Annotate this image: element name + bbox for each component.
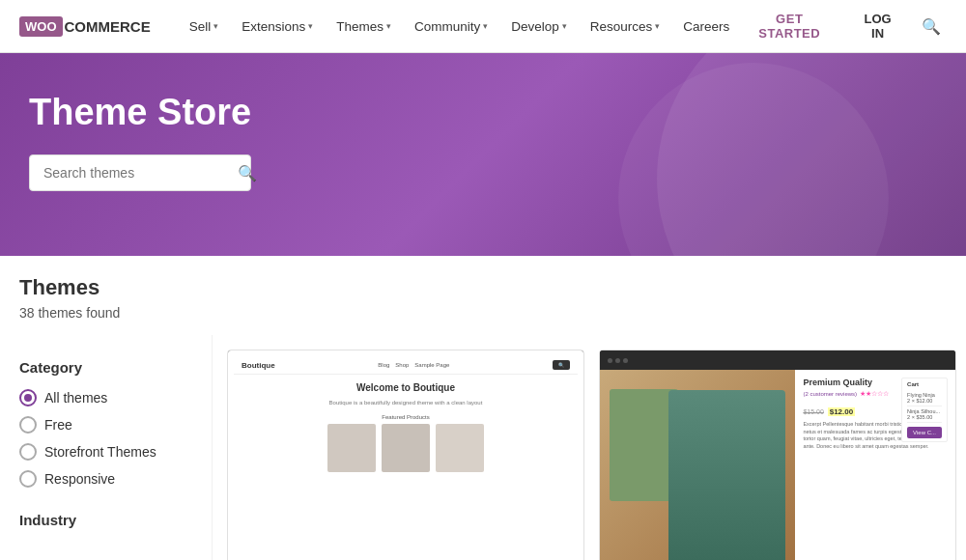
radio-responsive [19, 470, 37, 488]
nav-item-resources[interactable]: Resources ▾ [581, 14, 670, 40]
filter-responsive[interactable]: Responsive [19, 470, 192, 488]
logo[interactable]: WOO COMMERCE [19, 16, 151, 37]
premium-person-image [668, 390, 785, 560]
boutique-content: Welcome to Boutique Boutique is a beauti… [234, 375, 578, 480]
theme-card-premium: Cart Flying Ninja 2 × $12.00 Ninja Silho… [599, 350, 956, 560]
nav-item-community[interactable]: Community ▾ [405, 14, 497, 40]
navbar: WOO COMMERCE Sell ▾ Extensions ▾ Themes … [0, 0, 966, 53]
price-sale: $12.00 [828, 407, 855, 416]
page-title: Theme Store [29, 92, 937, 133]
chevron-down-icon: ▾ [213, 21, 218, 31]
nav-label-resources: Resources [590, 19, 653, 34]
radio-all-themes [19, 389, 37, 406]
search-icon: 🔍 [238, 165, 257, 182]
nav-label-sell: Sell [189, 19, 212, 34]
theme-card-premium-image: Cart Flying Ninja 2 × $12.00 Ninja Silho… [600, 350, 955, 560]
premium-mockup: Cart Flying Ninja 2 × $12.00 Ninja Silho… [600, 350, 955, 560]
chevron-down-icon: ▾ [308, 21, 313, 31]
boutique-nav-blog: Blog [378, 362, 389, 368]
nav-item-develop[interactable]: Develop ▾ [501, 14, 577, 40]
logo-commerce: COMMERCE [65, 18, 151, 35]
radio-dot [24, 394, 32, 402]
boutique-products [242, 424, 570, 472]
dot-2 [615, 358, 620, 363]
nav-label-community: Community [414, 19, 480, 34]
price-original: $15.00 [803, 408, 823, 415]
filter-storefront[interactable]: Storefront Themes [19, 443, 192, 461]
boutique-product-1 [327, 424, 376, 472]
filter-label-storefront: Storefront Themes [44, 444, 156, 460]
premium-image-area [600, 370, 795, 560]
chevron-down-icon: ▾ [655, 21, 660, 31]
get-started-button[interactable]: GET STARTED [739, 6, 839, 46]
theme-card-boutique: Boutique Blog Shop Sample Page 🔍 Welcome… [227, 350, 584, 560]
boutique-logo: Boutique [242, 361, 275, 370]
cart-item-1: Flying Ninja 2 × $12.00 [907, 390, 942, 406]
nav-item-extensions[interactable]: Extensions ▾ [232, 14, 323, 40]
boutique-header: Boutique Blog Shop Sample Page 🔍 [234, 356, 578, 375]
themes-area: Boutique Blog Shop Sample Page 🔍 Welcome… [213, 335, 966, 560]
themes-grid: Boutique Blog Shop Sample Page 🔍 Welcome… [213, 335, 966, 560]
boutique-search: 🔍 [553, 360, 570, 370]
search-submit-button[interactable]: 🔍 [226, 156, 269, 190]
nav-label-themes: Themes [336, 19, 384, 34]
star-rating: ★★☆☆☆ [860, 390, 889, 398]
boutique-product-3 [436, 424, 484, 472]
view-cart-button[interactable]: View C... [907, 427, 942, 438]
cart-item-2: Ninja Silhou... 2 × $35.00 [907, 406, 942, 423]
nav-label-develop: Develop [511, 19, 559, 34]
hero-banner: Theme Store 🔍 [0, 53, 966, 256]
filter-label-responsive: Responsive [44, 471, 115, 487]
category-filter: All themes Free Storefront Themes Respon… [19, 389, 192, 488]
boutique-nav-shop: Shop [395, 362, 409, 368]
nav-item-careers[interactable]: Careers [673, 14, 739, 40]
chevron-down-icon: ▾ [386, 21, 391, 31]
nav-item-themes[interactable]: Themes ▾ [327, 14, 401, 40]
search-box: 🔍 [29, 154, 251, 191]
boutique-featured-label: Featured Products [242, 414, 570, 420]
nav-item-sell[interactable]: Sell ▾ [180, 14, 229, 40]
review-text: (2 customer reviews) [803, 391, 857, 397]
category-heading: Category [19, 359, 192, 376]
chevron-down-icon: ▾ [562, 21, 567, 31]
premium-content: Cart Flying Ninja 2 × $12.00 Ninja Silho… [795, 370, 955, 560]
boutique-description: Boutique is a beautifully designed theme… [242, 399, 570, 406]
filter-label-free: Free [44, 417, 72, 433]
filter-label-all: All themes [44, 390, 107, 406]
boutique-product-2 [382, 424, 430, 472]
nav-label-extensions: Extensions [242, 19, 305, 34]
boutique-nav: Blog Shop Sample Page [378, 362, 449, 368]
login-button[interactable]: LOG IN [849, 6, 906, 46]
themes-heading: Themes [19, 275, 947, 300]
themes-section-header: Themes 38 themes found [0, 256, 966, 321]
theme-card-boutique-image: Boutique Blog Shop Sample Page 🔍 Welcome… [228, 350, 583, 560]
cart-label: Cart [907, 381, 942, 387]
premium-cart-panel: Cart Flying Ninja 2 × $12.00 Ninja Silho… [901, 378, 948, 442]
boutique-mockup: Boutique Blog Shop Sample Page 🔍 Welcome… [228, 350, 583, 560]
filter-all-themes[interactable]: All themes [19, 389, 192, 406]
radio-free [19, 416, 37, 434]
industry-heading: Industry [19, 512, 192, 528]
search-input[interactable] [30, 155, 226, 190]
logo-woo: WOO [19, 16, 63, 37]
boutique-nav-sample: Sample Page [414, 362, 449, 368]
themes-count: 38 themes found [19, 305, 947, 321]
sidebar: Category All themes Free Storefront Them… [0, 335, 213, 560]
radio-storefront [19, 443, 37, 461]
main-content: Category All themes Free Storefront Them… [0, 335, 966, 560]
nav-right: GET STARTED LOG IN 🔍 [739, 6, 947, 46]
dot-1 [608, 358, 612, 363]
boutique-welcome-text: Welcome to Boutique [242, 382, 570, 393]
nav-label-careers: Careers [683, 19, 729, 34]
nav-items: Sell ▾ Extensions ▾ Themes ▾ Community ▾… [180, 14, 740, 40]
dot-3 [623, 358, 628, 363]
search-icon[interactable]: 🔍 [916, 12, 947, 42]
filter-free[interactable]: Free [19, 416, 192, 434]
premium-body: Cart Flying Ninja 2 × $12.00 Ninja Silho… [600, 370, 955, 560]
premium-topbar [600, 350, 955, 370]
chevron-down-icon: ▾ [483, 21, 488, 31]
